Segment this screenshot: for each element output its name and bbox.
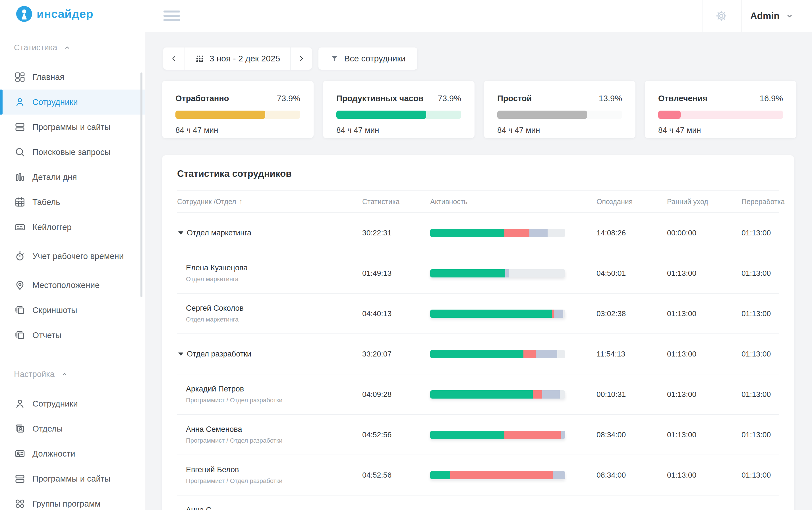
stat-progress-bar: [336, 111, 461, 119]
collapse-caret-icon[interactable]: [178, 232, 183, 235]
early-leave-time: 01:13:00: [667, 350, 742, 358]
department-row[interactable]: Отдел маркетинга30:22:3114:08:2600:00:00…: [177, 212, 779, 253]
stat-progress-bar: [658, 111, 783, 119]
employee-stats-card: Статистика сотрудников Сотрудник /Отдел↑…: [162, 155, 794, 510]
sidebar-item-label: Детали дня: [32, 172, 77, 182]
prev-period-button[interactable]: [163, 48, 185, 70]
sidebar-item-label: Местоположение: [32, 280, 99, 290]
sidebar-item-кейлоггер[interactable]: Кейлоггер: [0, 215, 145, 240]
column-header-2: Активность: [430, 198, 597, 206]
date-range-label: 3 ноя - 2 дек 2025: [209, 54, 280, 63]
stat-card: Продуктивных часов73.9%84 ч 47 мин: [323, 81, 474, 138]
sidebar-item-должности[interactable]: Должности: [0, 441, 145, 466]
date-range-display[interactable]: 3 ноя - 2 дек 2025: [185, 48, 290, 70]
sidebar-item-label: Программы и сайты: [32, 474, 111, 484]
stat-time: 04:52:56: [362, 471, 430, 480]
employee-subtitle: Отдел маркетинга: [186, 316, 362, 323]
early-leave-time: 00:00:00: [667, 229, 742, 237]
stat-card-title: Отвлечения: [658, 94, 707, 103]
sidebar-item-местоположение[interactable]: Местоположение: [0, 273, 145, 298]
late-time: 08:34:00: [597, 471, 667, 480]
app-window: инсайдер СтатистикаГлавнаяСотрудникиПрог…: [0, 0, 812, 510]
column-header-0[interactable]: Сотрудник /Отдел↑: [177, 197, 362, 206]
overtime: 01:13:00: [742, 390, 779, 399]
next-period-button[interactable]: [290, 48, 312, 70]
sidebar-item-label: Должности: [32, 449, 75, 459]
overtime: 01:13:00: [742, 229, 779, 237]
employee-row[interactable]: Евгений БеловПрограммист / Отдел разрабо…: [177, 455, 779, 495]
sidebar-item-label: Группы программ: [32, 499, 100, 509]
sidebar-item-label: Сотрудники: [32, 398, 78, 409]
user-icon: [14, 398, 26, 410]
late-time: 04:50:01: [597, 269, 667, 278]
hamburger-icon: [164, 10, 180, 12]
employee-row[interactable]: Анна С: [177, 495, 779, 510]
sidebar: инсайдер СтатистикаГлавнаяСотрудникиПрог…: [0, 0, 145, 510]
early-leave-time: 01:13:00: [667, 471, 742, 480]
employee-name: Сергей Соколов: [186, 304, 362, 313]
sidebar-section-label[interactable]: Статистика: [0, 41, 145, 54]
stat-card: Отвлечения16.9%84 ч 47 мин: [645, 81, 796, 138]
late-time: 08:34:00: [597, 430, 667, 439]
chart-bars-icon: [14, 171, 26, 183]
sidebar-item-группы-программ[interactable]: Группы программ: [0, 491, 145, 510]
rows-icon: [14, 473, 26, 485]
settings-gear-button[interactable]: [715, 9, 728, 23]
sidebar-item-сотрудники[interactable]: Сотрудники: [0, 391, 145, 416]
brand-logo[interactable]: инсайдер: [16, 6, 93, 22]
app-groups-icon: [14, 498, 26, 510]
sidebar-item-табель[interactable]: Табель: [0, 190, 145, 215]
sidebar-item-учет-рабочего-времени[interactable]: Учет рабочего времени: [0, 240, 145, 273]
reports-icon: [14, 329, 26, 341]
employee-row[interactable]: Анна СеменоваПрограммист / Отдел разрабо…: [177, 414, 779, 455]
sidebar-item-отделы[interactable]: Отделы: [0, 416, 145, 441]
keyboard-icon: [14, 221, 26, 233]
stat-progress-bar: [175, 111, 300, 119]
column-header-5: Переработка: [742, 198, 785, 206]
department-row[interactable]: Отдел разработки33:20:0711:54:1301:13:00…: [177, 333, 779, 374]
stat-card-value: 84 ч 47 мин: [336, 126, 461, 135]
stat-cards-row: Отработанно73.9%84 ч 47 минПродуктивных …: [162, 81, 796, 138]
menu-toggle-button[interactable]: [164, 10, 180, 21]
sidebar-item-скриншоты[interactable]: Скриншоты: [0, 298, 145, 323]
sidebar-item-label: Кейлоггер: [32, 222, 71, 232]
screens-icon: [14, 304, 26, 316]
filter-funnel-icon: [330, 54, 339, 63]
sidebar-item-label: Отделы: [32, 424, 63, 434]
sidebar-section-label[interactable]: Настройка: [0, 368, 145, 380]
stat-card-percent: 13.9%: [599, 94, 622, 103]
user-menu[interactable]: Admin: [750, 0, 794, 32]
collapse-caret-icon[interactable]: [178, 353, 183, 356]
employee-subtitle: Программист / Отдел разработки: [186, 477, 362, 485]
employee-row[interactable]: Елена КузнецоваОтдел маркетинга01:49:130…: [177, 253, 779, 293]
sidebar-section-items: СотрудникиОтделыДолжностиПрограммы и сай…: [0, 391, 145, 510]
stat-time: 04:09:28: [362, 390, 430, 399]
employee-row[interactable]: Аркадий ПетровПрограммист / Отдел разраб…: [177, 374, 779, 414]
late-time: 00:10:31: [597, 390, 667, 399]
stat-card-title: Продуктивных часов: [336, 94, 423, 103]
topbar-divider: [742, 0, 742, 32]
chevron-up-icon: [61, 370, 68, 378]
employee-filter-button[interactable]: Все сотрудники: [318, 48, 417, 70]
dashboard-icon: [14, 71, 26, 83]
sidebar-item-поисковые-запросы[interactable]: Поисковые запросы: [0, 140, 145, 164]
employee-row[interactable]: Сергей СоколовОтдел маркетинга04:40:1303…: [177, 293, 779, 333]
activity-bar: [430, 229, 565, 237]
sidebar-item-детали-дня[interactable]: Детали дня: [0, 164, 145, 190]
late-time: 14:08:26: [597, 229, 667, 237]
activity-bar: [430, 309, 565, 318]
column-header-4: Ранний уход: [667, 198, 742, 206]
overtime: 01:13:00: [742, 350, 779, 358]
sidebar-item-программы-и-сайты[interactable]: Программы и сайты: [0, 466, 145, 491]
overtime: 01:13:00: [742, 269, 779, 278]
early-leave-time: 01:13:00: [667, 390, 742, 399]
id-card-icon: [14, 423, 26, 435]
sidebar-scrollbar[interactable]: [141, 72, 142, 297]
sidebar-item-главная[interactable]: Главная: [0, 64, 145, 90]
sidebar-item-программы-и-сайты[interactable]: Программы и сайты: [0, 115, 145, 140]
late-time: 11:54:13: [597, 350, 667, 358]
sidebar-item-label: Поисковые запросы: [32, 147, 111, 157]
stat-time: 01:49:13: [362, 269, 430, 278]
sidebar-item-отчеты[interactable]: Отчеты: [0, 323, 145, 348]
sidebar-item-сотрудники[interactable]: Сотрудники: [0, 90, 145, 115]
